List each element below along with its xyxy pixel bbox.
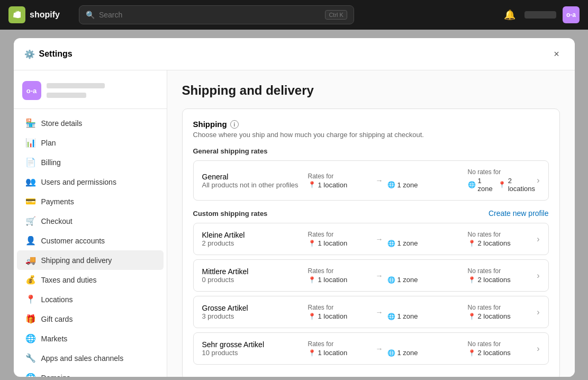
logo[interactable]: shopify [8, 6, 60, 23]
search-input[interactable] [99, 11, 321, 19]
notifications-button[interactable]: 🔔 [501, 6, 518, 23]
user-avatar-button[interactable]: o-a [563, 6, 580, 23]
user-name-blurred [524, 11, 556, 19]
search-icon: 🔍 [86, 11, 95, 19]
topbar-right: 🔔 o-a [501, 6, 580, 23]
shopify-logo-icon [8, 6, 25, 23]
logo-text: shopify [30, 10, 60, 20]
topbar: shopify 🔍 Ctrl K 🔔 o-a [0, 0, 588, 30]
search-bar[interactable]: 🔍 Ctrl K [79, 5, 354, 24]
search-shortcut: Ctrl K [325, 10, 347, 20]
